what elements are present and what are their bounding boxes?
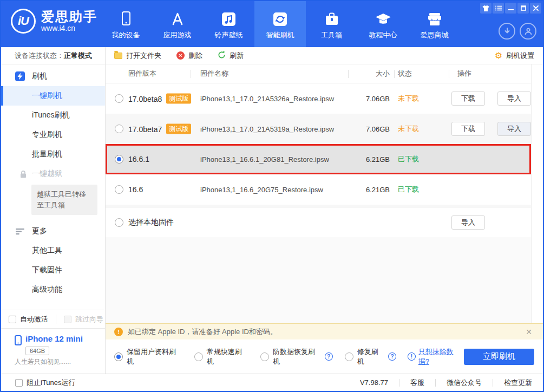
flash-mode-normal[interactable]: 常规快速刷机 (194, 347, 248, 367)
app-window: iU 爱思助手 www.i4.cn 我的设备 应用游戏 (0, 0, 544, 392)
sidebar-item-label: 一键刷机 (32, 91, 62, 101)
open-folder-button[interactable]: 打开文件夹 (114, 51, 161, 61)
flash-phone-icon (15, 71, 25, 81)
block-itunes-checkbox[interactable] (15, 379, 23, 387)
checkbox-label: 自动激活 (20, 315, 48, 324)
refresh-button[interactable]: 刷新 (218, 51, 244, 61)
window-controls (480, 3, 541, 14)
info-icon: ! (408, 352, 416, 361)
auto-activate-checkbox[interactable] (9, 316, 16, 323)
erase-data-option: ! 只想抹除数据? (408, 347, 464, 367)
auto-activate-option[interactable]: 自动激活 (9, 315, 48, 324)
download-center-icon[interactable] (499, 23, 515, 40)
sidebar-item-label: 高级功能 (32, 285, 62, 295)
radio-label: 保留用户资料刷机 (127, 347, 182, 367)
sidebar-item-label: 批量刷机 (32, 149, 62, 159)
local-firmware-row[interactable]: 选择本地固件 导入 (106, 208, 531, 237)
logo-icon: iU (11, 9, 36, 34)
firmware-size: 6.21GB (355, 186, 390, 194)
local-firmware-radio[interactable] (115, 218, 123, 227)
app-url: www.i4.cn (41, 24, 97, 32)
beta-badge: 测试版 (166, 124, 191, 134)
sidebar-section-more[interactable]: 更多 (1, 221, 105, 241)
flash-mode-keep-data[interactable]: 保留用户资料刷机 (114, 347, 182, 367)
sidebar-item-other-tools[interactable]: 其他工具 (1, 241, 105, 260)
download-firmware-button[interactable]: 下载 (451, 122, 485, 136)
nav-my-device[interactable]: 我的设备 (100, 1, 152, 47)
wechat-official-link[interactable]: 微信公众号 (447, 378, 482, 388)
firmware-size: 7.06GB (355, 125, 390, 133)
firmware-row[interactable]: 17.0beta7 测试版 iPhone13,1_17.0_21A5319a_R… (106, 114, 531, 144)
notice-text: 如已绑定 Apple ID，请准备好 Apple ID和密码。 (128, 327, 277, 337)
close-button[interactable] (530, 3, 541, 14)
flash-mode-anti-recovery[interactable]: 防数据恢复刷机 ? (260, 347, 333, 367)
firmware-row-selected[interactable]: 16.6.1 iPhone13,1_16.6.1_20G81_Restore.i… (106, 144, 531, 174)
main-panel: 打开文件夹 ✕ 删除 刷新 ⚙ 刷机设置 (106, 47, 543, 374)
customer-service-link[interactable]: 客服 (410, 378, 424, 388)
import-firmware-button[interactable]: 导入 (497, 92, 531, 106)
firmware-row[interactable]: 16.6 iPhone13,1_16.6_20G75_Restore.ipsw … (106, 174, 531, 205)
sidebar: 设备连接状态： 正常模式 刷机 一键刷机 iTunes刷机 专业刷机 (1, 47, 106, 374)
sidebar-item-download-firmware[interactable]: 下载固件 (1, 260, 105, 280)
flash-mode-options: 保留用户资料刷机 常规快速刷机 防数据恢复刷机 ? 修复刷机 ? ! (106, 339, 543, 374)
graduation-cap-icon (375, 10, 391, 27)
col-firmware-name: 固件名称 (200, 69, 228, 79)
device-connection-status: 设备连接状态： 正常模式 (1, 47, 105, 64)
notice-close-icon[interactable]: ✕ (526, 328, 532, 336)
nav-toolbox[interactable]: 工具箱 (306, 1, 357, 47)
maximize-button[interactable] (517, 3, 529, 14)
nav-smart-flash[interactable]: 智能刷机 (254, 1, 306, 47)
flash-mode-radio[interactable] (260, 352, 269, 361)
skin-theme-button[interactable] (480, 3, 491, 14)
sidebar-section-flash[interactable]: 刷机 (1, 67, 105, 86)
toolbar-label: 打开文件夹 (126, 51, 161, 61)
help-icon[interactable]: ? (325, 352, 333, 361)
menu-list-button[interactable] (493, 3, 504, 14)
firmware-size: 6.21GB (355, 155, 390, 164)
nav-label: 工具箱 (321, 30, 342, 40)
flash-settings-button[interactable]: ⚙ 刷机设置 (495, 51, 534, 61)
firmware-radio[interactable] (115, 125, 123, 133)
minimize-button[interactable] (505, 3, 516, 14)
download-firmware-button[interactable]: 下载 (451, 92, 485, 106)
erase-data-link[interactable]: 只想抹除数据? (418, 347, 464, 367)
radio-label: 常规快速刷机 (207, 347, 248, 367)
refresh-icon (218, 51, 226, 61)
flash-mode-radio[interactable] (194, 352, 203, 361)
nav-app-games[interactable]: 应用游戏 (152, 1, 203, 47)
lock-icon (19, 170, 27, 178)
main-nav: 我的设备 应用游戏 铃声壁纸 智能刷机 (100, 1, 460, 47)
firmware-row[interactable]: 17.0beta8 测试版 iPhone13,1_17.0_21A5326a_R… (106, 83, 531, 114)
app-logo: iU 爱思助手 www.i4.cn (11, 9, 97, 34)
table-header: 固件版本 固件名称 大小 状态 操作 (106, 64, 531, 83)
nav-ringtones[interactable]: 铃声壁纸 (203, 1, 254, 47)
firmware-radio[interactable] (115, 185, 123, 194)
sidebar-item-pro-flash[interactable]: 专业刷机 (1, 125, 105, 145)
flash-now-button[interactable]: 立即刷机 (464, 349, 534, 365)
sidebar-item-label: 专业刷机 (32, 130, 62, 140)
firmware-radio[interactable] (115, 155, 123, 164)
delete-x-icon: ✕ (176, 51, 185, 60)
check-update-link[interactable]: 检查更新 (504, 378, 532, 388)
sidebar-item-one-click-flash[interactable]: 一键刷机 (1, 86, 105, 106)
block-itunes-option[interactable]: 阻止iTunes运行 (15, 378, 76, 388)
col-size: 大小 (355, 69, 390, 79)
import-firmware-button[interactable]: 导入 (497, 122, 531, 136)
sidebar-item-advanced-features[interactable]: 高级功能 (1, 280, 105, 299)
nav-tutorials[interactable]: 教程中心 (357, 1, 409, 47)
scrollbar-track[interactable] (531, 64, 543, 323)
sidebar-item-itunes-flash[interactable]: iTunes刷机 (1, 106, 105, 125)
delete-button[interactable]: ✕ 删除 (176, 51, 202, 61)
flash-mode-radio[interactable] (114, 352, 123, 361)
help-icon[interactable]: ? (388, 352, 396, 361)
sidebar-item-batch-flash[interactable]: 批量刷机 (1, 145, 105, 164)
flash-mode-repair[interactable]: 修复刷机 ? (345, 347, 396, 367)
radio-label: 修复刷机 (357, 347, 385, 367)
user-account-icon[interactable] (520, 23, 536, 40)
toolbar-label: 刷机设置 (506, 51, 534, 61)
flash-mode-radio[interactable] (345, 352, 353, 361)
firmware-radio[interactable] (115, 94, 123, 103)
nav-store[interactable]: 爱思商城 (409, 1, 460, 47)
import-local-firmware-button[interactable]: 导入 (451, 215, 485, 230)
device-name: iPhone 12 mini (25, 334, 105, 343)
